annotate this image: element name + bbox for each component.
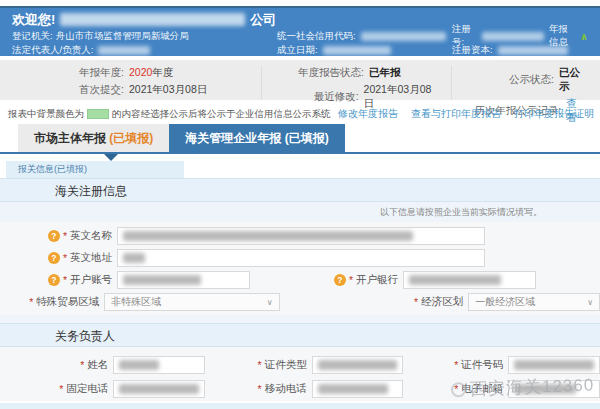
landline-label: 固定电话	[66, 382, 108, 396]
special-trade-zone-value: 非特殊区域	[111, 295, 161, 309]
help-icon[interactable]: ?	[48, 230, 60, 242]
pointer-triangle-icon	[104, 154, 118, 161]
bottom-strip	[0, 403, 600, 409]
report-status-bar: 年报年度: 2020年度 首次提交: 2021年03月08日 年度报告状态: 已…	[0, 60, 600, 100]
redacted-value	[123, 231, 413, 241]
subtab-row: 报关信息(已填报)	[0, 154, 600, 178]
redacted-credit-code	[361, 32, 446, 41]
credit-code-label: 统一社会信用代码:	[277, 30, 356, 43]
customs-officer-title: 关务负责人	[0, 323, 600, 347]
reg-capital: 注册资本:	[452, 44, 588, 57]
redacted-establish-date	[323, 46, 391, 55]
report-status-label: 年度报告状态:	[276, 66, 364, 80]
id-number-input[interactable]	[508, 356, 600, 374]
economic-zone-select[interactable]: 一般经济区域 ∨	[468, 293, 600, 311]
publicity-notice: 报表中背景颜色为 的内容经选择公示后将公示于企业信用信息公示系统	[8, 108, 331, 121]
last-modified-label: 最近修改:	[276, 90, 359, 104]
required-mark: *	[63, 230, 67, 242]
redacted-value	[123, 275, 201, 285]
id-type-label: 证件类型	[265, 358, 307, 372]
modify-report-link[interactable]: 修改年度报告	[338, 107, 398, 121]
required-mark: *	[59, 383, 63, 395]
bank-account-label: 开户账号	[70, 273, 112, 287]
tab-market-entity-report[interactable]: 市场主体年报 (已填报)	[18, 124, 169, 152]
economic-zone-value: 一般经济区域	[475, 295, 535, 309]
email-input[interactable]	[508, 380, 600, 398]
section-separator	[0, 315, 600, 323]
english-name-input[interactable]	[117, 227, 485, 245]
reg-authority: 登记机关: 舟山市市场监督管理局新城分局	[12, 30, 277, 43]
redacted-value	[514, 360, 594, 370]
establish-date-label: 成立日期:	[277, 44, 318, 57]
status-col-publicity: 公示状态: 已公示 历次年报公示记录: 查看	[452, 66, 600, 100]
tab-customs-enterprise-report[interactable]: 海关管理企业年报 (已填报)	[169, 124, 344, 152]
first-submit-label: 首次提交:	[62, 83, 124, 97]
redacted-value	[119, 360, 159, 370]
view-print-report-link[interactable]: 查看与打印年度报告	[411, 107, 501, 121]
required-mark: *	[63, 252, 67, 264]
redacted-reg-no	[482, 32, 544, 41]
year-label: 年报年度:	[62, 66, 124, 80]
report-action-links: 修改年度报告 查看与打印年度报告 打印年度报告证明	[338, 107, 594, 121]
officer-name-label: 姓名	[87, 358, 108, 372]
customs-info-title: 海关注册信息	[0, 178, 600, 202]
email-label: 电子邮箱	[461, 382, 503, 396]
english-address-label: 英文地址	[70, 251, 112, 265]
redacted-value	[514, 384, 576, 394]
status-col-report: 年度报告状态: 已年报 最近修改: 2021年03月08日	[262, 66, 452, 100]
chevron-down-icon: ∨	[587, 298, 593, 307]
legal-rep: 法定代表人/负责人:	[12, 44, 277, 57]
help-icon[interactable]: ?	[48, 274, 60, 286]
publicity-status-label: 公示状态:	[466, 73, 554, 87]
id-type-select[interactable]	[312, 356, 404, 374]
english-address-input[interactable]	[117, 249, 485, 267]
company-suffix: 公司	[250, 11, 276, 29]
reg-capital-label: 注册资本:	[452, 44, 493, 57]
report-status-value: 已年报	[369, 66, 401, 80]
help-icon[interactable]: ?	[334, 274, 346, 286]
print-certificate-link[interactable]: 打印年度报告证明	[514, 107, 594, 121]
bank-name-input[interactable]	[403, 271, 536, 289]
reg-authority-value: 舟山市市场监督管理局新城分局	[56, 30, 189, 43]
customs-info-panel: 海关注册信息 以下信息请按照企业当前实际情况填写。 ? * 英文名称 ? * 英…	[0, 178, 600, 401]
bank-account-input[interactable]	[117, 271, 250, 289]
customs-info-form: ? * 英文名称 ? * 英文地址 ? * 开户账号	[0, 222, 600, 315]
subtab-customs-declaration-info[interactable]: 报关信息(已填报)	[6, 161, 184, 178]
required-mark: *	[80, 359, 84, 371]
customs-officer-form: * 姓名 * 证件类型 * 证件号码 * 固定电话	[0, 347, 600, 401]
annual-report-page: 欢迎您! 公司 登记机关: 舟山市市场监督管理局新城分局 统一社会信用代码: 注…	[0, 0, 600, 409]
publicity-status-value: 已公示	[559, 66, 586, 94]
report-tabs: 市场主体年报 (已填报) 海关管理企业年报 (已填报)	[0, 124, 600, 154]
officer-name-input[interactable]	[113, 356, 205, 374]
header-meta-row-2: 法定代表人/负责人: 成立日期: 注册资本:	[12, 43, 588, 57]
required-mark: *	[454, 383, 458, 395]
status-col-year: 年报年度: 2020年度 首次提交: 2021年03月08日	[62, 66, 262, 100]
mobile-label: 移动电话	[265, 382, 307, 396]
redacted-value	[318, 360, 398, 370]
notice-text-after: 的内容经选择公示后将公示于企业信用信息公示系统	[112, 108, 331, 121]
fill-hint: 以下信息请按照企业当前实际情况填写。	[0, 202, 600, 222]
landline-input[interactable]	[113, 380, 205, 398]
notice-text-before: 报表中背景颜色为	[8, 108, 84, 121]
redacted-reg-capital	[498, 46, 568, 55]
welcome-text: 欢迎您!	[12, 11, 55, 29]
special-trade-zone-select[interactable]: 非特殊区域 ∨	[104, 293, 279, 311]
legal-rep-label: 法定代表人/负责人:	[12, 44, 93, 57]
required-mark: *	[454, 359, 458, 371]
english-name-label: 英文名称	[70, 229, 112, 243]
tab-label: 市场主体年报	[34, 131, 106, 145]
redacted-value	[409, 275, 501, 285]
tab-status: (已填报)	[285, 131, 329, 145]
mobile-input[interactable]	[312, 380, 404, 398]
required-mark: *	[258, 359, 262, 371]
tab-status: (已填报)	[109, 131, 153, 145]
redacted-company-name	[60, 13, 245, 26]
redacted-value	[119, 384, 199, 394]
caret-up-icon: ∧	[580, 31, 588, 42]
year-value: 2020	[129, 66, 152, 78]
id-number-label: 证件号码	[461, 358, 503, 372]
redacted-legal-rep	[98, 46, 150, 55]
year-suffix: 年度	[152, 66, 173, 78]
help-icon[interactable]: ?	[48, 252, 60, 264]
green-highlight-swatch	[87, 109, 109, 119]
